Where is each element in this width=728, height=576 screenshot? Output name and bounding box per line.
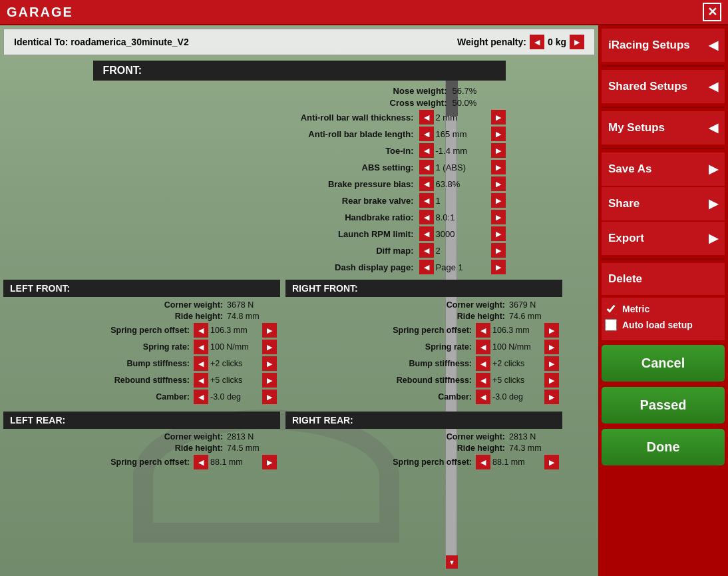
lf-bump-inc[interactable]: ▶ [262,356,277,371]
lf-spring-perch-dec[interactable]: ◀ [194,323,208,338]
rear-brake-dec[interactable]: ◀ [419,193,434,208]
handbrake-inc[interactable]: ▶ [491,210,506,224]
rf-bump-label: Bump stiffness: [409,359,472,368]
launch-rpm-dec[interactable]: ◀ [419,226,434,241]
lf-corner-weight-value: 3678 N [227,300,277,310]
rf-corner-weight-value: 3679 N [509,300,559,310]
diff-map-inc[interactable]: ▶ [491,243,506,258]
toe-in-dec[interactable]: ◀ [419,143,434,158]
lf-camber-inc[interactable]: ▶ [262,390,277,404]
export-button[interactable]: Export ▶ [602,222,725,255]
dash-page-dec[interactable]: ◀ [419,260,434,274]
lr-spring-perch-label: Spring perch offset: [110,457,190,467]
arb-wall-value: 2 mm [436,113,489,123]
rf-camber-value: -3.0 deg [492,392,542,402]
delete-button[interactable]: Delete [602,263,725,295]
lf-spring-rate-inc[interactable]: ▶ [262,340,277,354]
arb-blade-inc[interactable]: ▶ [491,127,506,141]
handbrake-dec[interactable]: ◀ [419,210,434,224]
brake-bias-dec[interactable]: ◀ [419,176,434,191]
brake-bias-ctrl: ◀ 63.8% ▶ [419,176,506,191]
lr-spring-perch-ctrl: ◀ 88.1 mm ▶ [194,455,277,469]
lf-ride-height-value: 74.8 mm [227,312,277,321]
rf-rebound-value: +5 clicks [492,376,542,385]
lr-spring-perch-value: 88.1 mm [210,457,260,467]
lf-spring-rate-label: Spring rate: [143,342,190,352]
lf-rebound-value: +5 clicks [210,376,260,385]
lf-rebound-dec[interactable]: ◀ [194,373,208,388]
nose-weight-value: 56.7% [453,86,506,96]
passed-button[interactable]: Passed [602,387,725,424]
abs-dec[interactable]: ◀ [419,160,434,174]
lf-camber-row: Camber: ◀ -3.0 deg ▶ [3,390,280,404]
arb-wall-dec[interactable]: ◀ [419,110,434,125]
abs-inc[interactable]: ▶ [491,160,506,174]
launch-rpm-inc[interactable]: ▶ [491,226,506,241]
share-button[interactable]: Share ▶ [602,187,725,220]
left-front-header: LEFT FRONT: [3,280,280,297]
lf-rebound-inc[interactable]: ▶ [262,373,277,388]
rf-spring-rate-dec[interactable]: ◀ [476,340,490,354]
rf-bump-inc[interactable]: ▶ [544,356,559,371]
autoload-checkbox[interactable] [605,319,617,331]
rf-camber-row: Camber: ◀ -3.0 deg ▶ [285,390,562,404]
arb-blade-dec[interactable]: ◀ [419,127,434,141]
brake-bias-inc[interactable]: ▶ [491,176,506,191]
diff-map-dec[interactable]: ◀ [419,243,434,258]
dash-page-label: Dash display page: [335,262,413,272]
title-bar: GARAGE ✕ [0,0,728,25]
lf-spring-rate-dec[interactable]: ◀ [194,340,208,354]
lr-spring-perch-row: Spring perch offset: ◀ 88.1 mm ▶ [3,455,280,469]
abs-row: ABS setting: ◀ 1 (ABS) ▶ [93,160,506,174]
sidebar-divider-4 [602,258,725,260]
arb-blade-label: Anti-roll bar blade length: [308,129,413,139]
metric-checkbox[interactable] [605,303,617,315]
rf-rebound-dec[interactable]: ◀ [476,373,490,388]
right-front-header: RIGHT FRONT: [285,280,562,297]
rr-ride-height-row: Ride height: 74.3 mm [285,443,562,453]
autoload-row: Auto load setup [605,319,721,331]
rf-spring-perch-dec[interactable]: ◀ [476,323,490,338]
toe-in-ctrl: ◀ -1.4 mm ▶ [419,143,506,158]
lf-spring-perch-value: 106.3 mm [210,326,260,335]
rear-brake-ctrl: ◀ 1 ▶ [419,193,506,208]
rear-brake-inc[interactable]: ▶ [491,193,506,208]
launch-rpm-row: Launch RPM limit: ◀ 3000 ▶ [93,226,506,241]
scroll-down-button[interactable]: ▼ [446,555,458,569]
rf-spring-rate-inc[interactable]: ▶ [544,340,559,354]
rf-camber-inc[interactable]: ▶ [544,390,559,404]
done-button[interactable]: Done [602,429,725,465]
lf-camber-dec[interactable]: ◀ [194,390,208,404]
lf-spring-perch-inc[interactable]: ▶ [262,323,277,338]
iracing-setups-button[interactable]: iRacing Setups ◀ [602,29,725,62]
rf-spring-perch-inc[interactable]: ▶ [544,323,559,338]
rf-bump-dec[interactable]: ◀ [476,356,490,371]
save-as-button[interactable]: Save As ▶ [602,152,725,186]
lr-corner-weight-label: Corner weight: [164,432,223,441]
shared-setups-button[interactable]: Shared Setups ◀ [602,70,725,103]
weight-decrease-button[interactable]: ◀ [530,35,544,49]
rf-rebound-inc[interactable]: ▶ [544,373,559,388]
rf-ride-height-label: Ride height: [457,312,505,321]
arb-wall-inc[interactable]: ▶ [491,110,506,125]
dash-page-inc[interactable]: ▶ [491,260,506,274]
rr-spring-perch-dec[interactable]: ◀ [476,455,490,469]
rr-spring-perch-inc[interactable]: ▶ [544,455,559,469]
lf-bump-label: Bump stiffness: [127,359,190,368]
launch-rpm-value: 3000 [436,229,489,239]
lr-spring-perch-dec[interactable]: ◀ [194,455,208,469]
toe-in-inc[interactable]: ▶ [491,143,506,158]
rf-camber-dec[interactable]: ◀ [476,390,490,404]
dash-page-value: Page 1 [436,262,489,272]
cancel-button[interactable]: Cancel [602,345,725,382]
rf-rebound-ctrl: ◀ +5 clicks ▶ [476,373,559,388]
lr-spring-perch-inc[interactable]: ▶ [262,455,277,469]
weight-increase-button[interactable]: ▶ [570,35,584,49]
lf-bump-dec[interactable]: ◀ [194,356,208,371]
weight-penalty-area: Weight penalty: ◀ 0 kg ▶ [457,35,584,49]
arb-blade-ctrl: ◀ 165 mm ▶ [419,127,506,141]
abs-ctrl: ◀ 1 (ABS) ▶ [419,160,506,174]
close-button[interactable]: ✕ [703,3,721,21]
lf-rebound-label: Rebound stiffness: [114,376,190,385]
my-setups-button[interactable]: My Setups ◀ [602,111,725,144]
